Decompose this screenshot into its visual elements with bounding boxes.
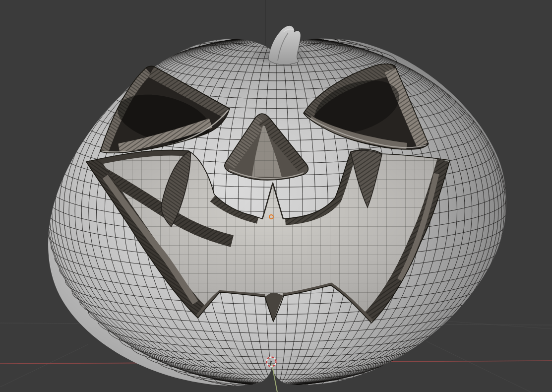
viewport-3d[interactable] — [0, 0, 552, 392]
scene-canvas — [0, 0, 552, 392]
cursor-center-dot — [271, 361, 272, 363]
